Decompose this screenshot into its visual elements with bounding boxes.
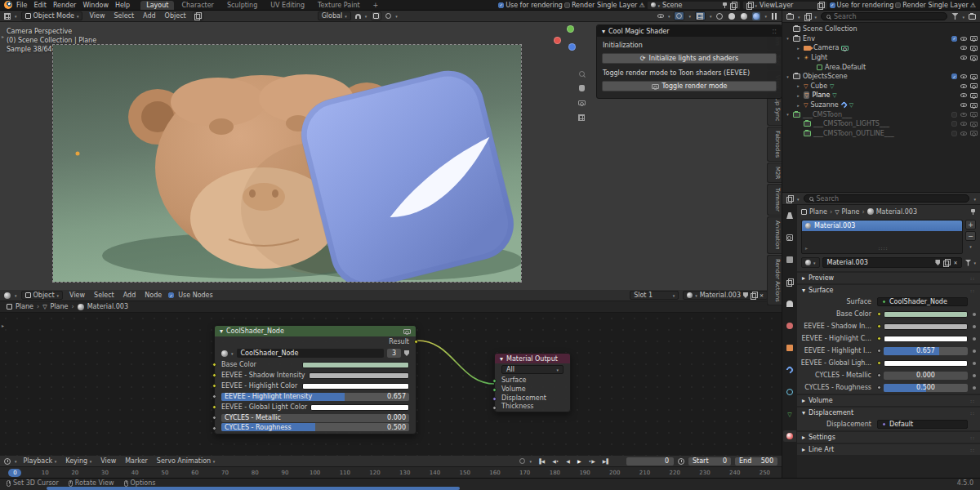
breadcrumb-material[interactable]: Material.003 bbox=[876, 208, 917, 216]
panel-volume[interactable]: Volume:: bbox=[797, 395, 980, 406]
tab-tool[interactable] bbox=[783, 210, 796, 221]
browse-material-button[interactable] bbox=[801, 257, 820, 268]
shading-wireframe-button[interactable] bbox=[715, 12, 724, 20]
auto-key-icon[interactable] bbox=[519, 458, 525, 464]
next-keyframe-button[interactable]: •▶ bbox=[587, 458, 597, 464]
base-color-swatch[interactable] bbox=[302, 362, 409, 368]
tab-object-data[interactable] bbox=[783, 408, 796, 420]
timeline-ruler[interactable]: 0102030405060708090100110120130140150160… bbox=[0, 467, 782, 478]
new-collection-icon[interactable] bbox=[969, 14, 976, 20]
node-group-name-field[interactable]: CoolShader_Node bbox=[237, 349, 384, 358]
node-header[interactable]: Material Output bbox=[495, 354, 570, 363]
axis-y-dot[interactable] bbox=[567, 25, 574, 33]
menu-edit[interactable]: Edit bbox=[31, 2, 49, 9]
menu-render[interactable]: Render bbox=[51, 2, 78, 9]
breadcrumb-object[interactable]: Plane bbox=[16, 303, 33, 310]
input-socket[interactable] bbox=[212, 363, 216, 367]
camera-view-icon[interactable] bbox=[576, 97, 587, 109]
input-socket[interactable] bbox=[212, 373, 216, 377]
prev-keyframe-button[interactable]: ◀• bbox=[550, 458, 560, 464]
expand-icon[interactable] bbox=[795, 83, 801, 88]
sidebar-tab-animation[interactable]: Animation bbox=[767, 216, 782, 254]
node-preview-icon[interactable] bbox=[403, 329, 411, 334]
zoom-icon[interactable] bbox=[576, 68, 587, 79]
proportional-editing-icon[interactable] bbox=[385, 13, 391, 19]
axis-x-dot[interactable] bbox=[554, 37, 561, 44]
expand-icon[interactable] bbox=[802, 397, 805, 404]
breadcrumb-data[interactable]: Plane bbox=[842, 208, 860, 216]
hide-eye-icon[interactable] bbox=[960, 56, 967, 60]
editor-type-icon[interactable] bbox=[4, 13, 11, 20]
render-visibility-icon[interactable] bbox=[970, 83, 978, 88]
tab-object[interactable] bbox=[783, 342, 796, 354]
frame-start-field[interactable]: Start0 bbox=[688, 457, 731, 466]
duplicate-icon[interactable] bbox=[751, 292, 757, 299]
pin-icon[interactable] bbox=[970, 208, 976, 215]
toggle-render-mode-button[interactable]: Toggle render mode bbox=[602, 81, 777, 91]
render-visibility-icon[interactable] bbox=[970, 131, 978, 136]
add-workspace-button[interactable]: + bbox=[368, 1, 385, 10]
hide-eye-icon[interactable] bbox=[960, 113, 967, 117]
editor-type-icon[interactable] bbox=[4, 292, 11, 299]
expand-icon[interactable] bbox=[795, 93, 801, 98]
expand-icon[interactable] bbox=[802, 434, 805, 441]
material-slot-list[interactable]: Material.003 ▸ :::: bbox=[801, 220, 963, 254]
shadow-intensity-swatch[interactable] bbox=[309, 372, 409, 379]
input-socket[interactable] bbox=[212, 394, 216, 399]
collapse-arrow-icon[interactable] bbox=[602, 28, 605, 35]
use-nodes-checkbox[interactable] bbox=[168, 292, 174, 298]
input-socket[interactable] bbox=[212, 416, 216, 420]
menu-view[interactable]: View bbox=[98, 457, 118, 465]
material-selector[interactable]: Material.003 bbox=[683, 291, 768, 300]
shader-type-selector[interactable]: Object bbox=[21, 291, 64, 300]
outliner-row-cube[interactable]: Cube bbox=[782, 82, 980, 91]
exclude-checkbox[interactable] bbox=[951, 121, 957, 127]
input-socket[interactable] bbox=[492, 379, 497, 383]
hide-eye-icon[interactable] bbox=[960, 103, 967, 107]
exclude-checkbox[interactable] bbox=[951, 74, 957, 79]
tab-output[interactable] bbox=[783, 254, 796, 265]
menu-marker[interactable]: Marker bbox=[122, 457, 150, 465]
frame-end-field[interactable]: End500 bbox=[735, 457, 777, 466]
jump-to-end-button[interactable]: ▶▌ bbox=[601, 458, 612, 464]
highlight-color-swatch[interactable] bbox=[302, 383, 409, 390]
input-socket[interactable] bbox=[212, 384, 216, 388]
render-visibility-icon[interactable] bbox=[970, 46, 978, 51]
highlight-intensity-slider[interactable]: 0.657 bbox=[884, 347, 968, 355]
remove-slot-button[interactable]: − bbox=[965, 231, 976, 241]
outliner-row-objectsscene[interactable]: ObjectsScene bbox=[782, 72, 980, 82]
outliner-row-cmstoon-lights[interactable]: ___CMSToon_LIGHTS___ bbox=[782, 119, 980, 129]
blender-logo-icon[interactable] bbox=[4, 1, 12, 9]
sidebar-toggle-arrow[interactable]: ▸ bbox=[2, 33, 4, 39]
filter-icon[interactable] bbox=[964, 260, 971, 266]
workspace-tab-texture-paint[interactable]: Texture Paint bbox=[312, 1, 366, 10]
expand-icon[interactable] bbox=[785, 112, 791, 117]
use-preview-range-icon[interactable] bbox=[678, 458, 684, 465]
tab-physics[interactable] bbox=[783, 386, 796, 398]
filter-icon[interactable] bbox=[951, 13, 958, 20]
navigation-gizmo[interactable] bbox=[552, 25, 580, 53]
render-visibility-icon[interactable] bbox=[970, 112, 978, 117]
exclude-checkbox[interactable] bbox=[951, 131, 957, 136]
panel-displacement-header[interactable]: Displacement:: bbox=[797, 408, 980, 418]
menu-playback[interactable]: Playback bbox=[21, 457, 60, 465]
menu-select[interactable]: Select bbox=[111, 12, 136, 20]
sidebar-tab-fabnodes[interactable]: Fabnodes bbox=[767, 127, 782, 162]
material-output-node[interactable]: Material Output All Surface Volume Displ… bbox=[494, 353, 571, 412]
current-frame-field[interactable]: 0 bbox=[626, 457, 674, 466]
base-color-swatch[interactable] bbox=[884, 311, 968, 318]
slot-selector[interactable]: Slot 1 bbox=[630, 291, 679, 300]
menu-node[interactable]: Node bbox=[142, 292, 164, 299]
node-header[interactable]: CoolShader_Node bbox=[215, 326, 416, 336]
menu-select[interactable]: Select bbox=[91, 292, 117, 299]
ortho-grid-icon[interactable] bbox=[576, 112, 587, 123]
hide-eye-icon[interactable] bbox=[960, 131, 967, 136]
menu-add[interactable]: Add bbox=[121, 292, 139, 299]
workspace-tab-sculpting[interactable]: Sculpting bbox=[221, 1, 263, 10]
fake-user-icon[interactable] bbox=[404, 350, 409, 356]
use-for-rendering-checkbox[interactable] bbox=[498, 2, 504, 8]
play-button[interactable]: ▶ bbox=[576, 458, 583, 464]
editor-type-icon[interactable] bbox=[786, 14, 794, 20]
tab-world[interactable] bbox=[783, 320, 796, 332]
expand-icon[interactable] bbox=[785, 74, 791, 79]
